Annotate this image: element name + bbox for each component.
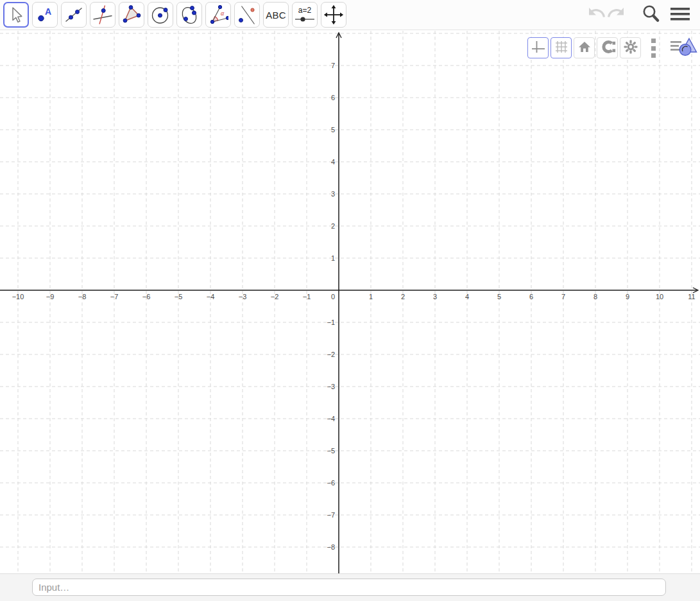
redo-button[interactable] — [606, 4, 628, 26]
axis-tick-label: −5 — [327, 447, 335, 455]
axis-tick-label: 0 — [331, 293, 335, 300]
move-arrows-icon — [323, 4, 344, 25]
axis-tick-label: 1 — [369, 293, 373, 300]
circle-icon — [150, 4, 171, 25]
tool-circle-button[interactable] — [148, 2, 173, 28]
axis-tick-label: −9 — [46, 293, 55, 300]
stylebar-icon — [670, 49, 698, 60]
toggle-grid-button[interactable] — [551, 37, 572, 58]
ellipse-icon — [179, 4, 200, 25]
axis-tick-label: −10 — [12, 293, 24, 300]
axis-tick-label: −8 — [327, 543, 335, 551]
axis-tick-label: 5 — [331, 126, 335, 134]
graphics-view[interactable]: −10−9−8−7−6−5−4−3−2−11234567891011765432… — [0, 31, 700, 573]
axis-tick-label: 10 — [656, 293, 663, 300]
axis-tick-label: −6 — [327, 479, 335, 487]
gear-icon — [623, 39, 638, 57]
axis-tick-label: 6 — [331, 94, 335, 101]
line-icon — [64, 4, 84, 25]
tool-perpendicular-line-button[interactable] — [90, 2, 115, 28]
kebab-dot — [651, 46, 656, 51]
text-tool-icon: ABC — [266, 10, 286, 21]
axis-tick-label: 9 — [626, 293, 629, 300]
axis-tick-label: 3 — [331, 190, 335, 198]
axis-tick-label: 1 — [331, 254, 335, 262]
axis-tick-label: 7 — [561, 293, 565, 300]
settings-button[interactable] — [620, 37, 641, 58]
more-options-button[interactable] — [648, 39, 658, 58]
axis-tick-label: 4 — [465, 293, 469, 300]
polygon-icon — [121, 4, 142, 25]
axis-tick-label: 11 — [688, 293, 695, 300]
graphics-view-buttons — [527, 37, 641, 58]
magnet-icon — [599, 39, 616, 57]
axis-tick-label: −6 — [142, 293, 151, 300]
axes-icon — [531, 39, 546, 57]
menu-button[interactable] — [668, 4, 692, 27]
home-view-button[interactable] — [574, 37, 595, 58]
tool-ellipse-button[interactable] — [176, 2, 202, 28]
point-label: A — [45, 6, 51, 17]
perpendicular-line-icon — [92, 4, 113, 25]
graphics-canvas[interactable]: −10−9−8−7−6−5−4−3−2−11234567891011765432… — [0, 31, 700, 573]
tool-text-button[interactable]: ABC — [263, 2, 289, 28]
axis-tick-label: 4 — [331, 158, 335, 166]
axis-tick-label: 7 — [331, 62, 335, 69]
redo-icon — [606, 4, 628, 27]
axis-tick-label: −8 — [78, 293, 87, 300]
input-bar: ? — [0, 573, 700, 601]
slider-label: a=2 — [298, 6, 312, 15]
axis-tick-label: −3 — [239, 293, 247, 300]
axis-tick-label: 3 — [433, 293, 437, 300]
tool-point-button[interactable]: A — [32, 2, 58, 28]
hamburger-menu-icon — [670, 6, 690, 25]
undo-icon — [585, 4, 606, 27]
axis-tick-label: −5 — [175, 293, 183, 300]
search-button[interactable] — [640, 4, 663, 27]
axis-tick-label: −3 — [327, 383, 335, 390]
cursor-icon — [6, 4, 26, 25]
axis-tick-label: −7 — [110, 293, 119, 300]
reflect-icon — [237, 4, 257, 25]
axis-tick-label: −7 — [327, 511, 335, 519]
grid-icon — [554, 39, 569, 57]
axis-tick-label: 2 — [331, 222, 335, 230]
slider-icon: a=2 — [293, 4, 316, 25]
tool-move-button[interactable] — [3, 2, 29, 28]
tool-line-button[interactable] — [61, 2, 87, 28]
angle-alpha-label: α — [221, 10, 225, 17]
point-icon: A — [35, 4, 55, 25]
axis-tick-label: −4 — [207, 293, 215, 300]
axis-tick-label: −1 — [327, 318, 335, 326]
tool-move-view-button[interactable] — [321, 2, 346, 28]
toggle-axes-button[interactable] — [527, 37, 549, 58]
axis-tick-label: 8 — [593, 293, 597, 300]
axis-tick-label: 2 — [401, 293, 405, 300]
axis-tick-label: 6 — [529, 293, 533, 300]
toolbar-right — [585, 0, 692, 30]
kebab-dot — [651, 53, 656, 58]
tool-slider-button[interactable]: a=2 — [292, 2, 318, 28]
axis-tick-label: −2 — [327, 351, 335, 358]
axis-tick-label: −1 — [303, 293, 311, 300]
search-icon — [640, 3, 662, 28]
tool-angle-button[interactable]: α — [205, 2, 231, 28]
snap-to-grid-button[interactable] — [597, 37, 618, 58]
axis-tick-label: −2 — [271, 293, 279, 300]
kebab-dot — [651, 39, 656, 43]
angle-icon: α — [208, 4, 228, 25]
tool-reflect-button[interactable] — [234, 2, 260, 28]
stylebar-toggle-button[interactable] — [670, 37, 698, 58]
toolbar: A — [0, 0, 700, 30]
algebra-input[interactable] — [32, 579, 666, 596]
axis-tick-label: −4 — [327, 415, 335, 422]
tool-polygon-button[interactable] — [119, 2, 144, 28]
undo-button[interactable] — [585, 4, 606, 26]
axis-tick-label: 5 — [497, 293, 501, 300]
home-icon — [577, 39, 592, 57]
